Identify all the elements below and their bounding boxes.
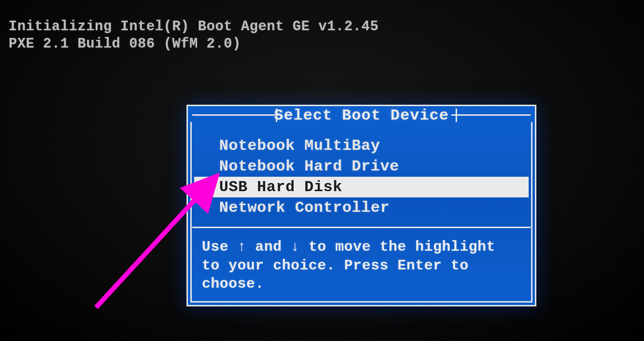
dialog-frame: Select Boot Device Notebook MultiBayNote…: [186, 105, 536, 306]
boot-option[interactable]: Network Controller: [194, 197, 529, 218]
post-init-text: Initializing Intel(R) Boot Agent GE v1.2…: [9, 18, 379, 53]
title-rule-right: [451, 114, 531, 116]
boot-option[interactable]: Notebook MultiBay: [194, 135, 529, 156]
boot-option[interactable]: Notebook Hard Drive: [194, 156, 529, 177]
boot-option[interactable]: USB Hard Disk: [194, 177, 529, 197]
bios-screen: Initializing Intel(R) Boot Agent GE v1.2…: [0, 0, 644, 341]
init-line-1: Initializing Intel(R) Boot Agent GE v1.2…: [9, 18, 379, 36]
init-line-2: PXE 2.1 Build 086 (WfM 2.0): [9, 36, 379, 53]
boot-device-dialog: Select Boot Device Notebook MultiBayNote…: [186, 105, 536, 306]
dialog-title-row: Select Boot Device: [188, 107, 534, 124]
dialog-help-text: Use ↑ and ↓ to move the highlight to you…: [188, 228, 534, 304]
boot-device-list[interactable]: Notebook MultiBayNotebook Hard DriveUSB …: [194, 128, 529, 225]
